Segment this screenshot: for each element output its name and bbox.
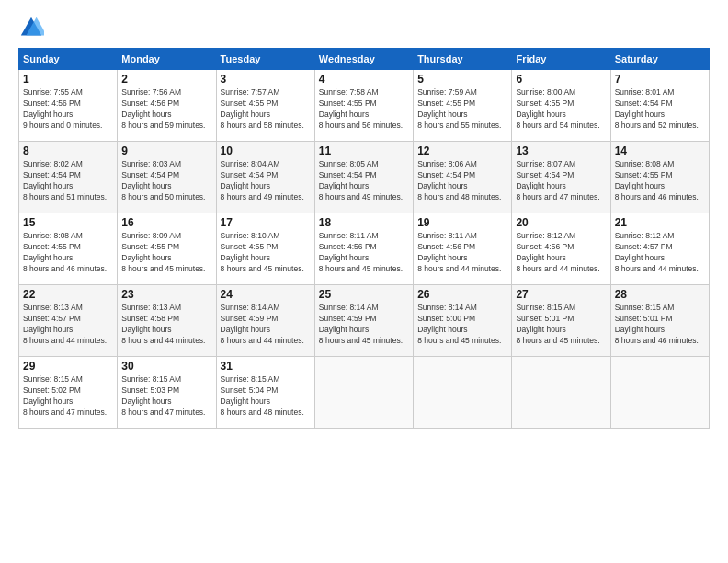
day-info: Sunrise: 8:04 AM Sunset: 4:54 PM Dayligh…: [221, 159, 311, 203]
calendar-cell: 14 Sunrise: 8:08 AM Sunset: 4:55 PM Dayl…: [610, 142, 709, 213]
day-info: Sunrise: 8:00 AM Sunset: 4:55 PM Dayligh…: [516, 87, 606, 132]
day-number: 1: [23, 73, 113, 86]
week-row-5: 29 Sunrise: 8:15 AM Sunset: 5:02 PM Dayl…: [19, 357, 710, 429]
day-info: Sunrise: 7:56 AM Sunset: 4:56 PM Dayligh…: [121, 87, 211, 132]
day-number: 31: [221, 360, 311, 373]
day-number: 19: [417, 216, 507, 229]
calendar-cell: 4 Sunrise: 7:58 AM Sunset: 4:55 PM Dayli…: [314, 70, 413, 142]
calendar-cell: 5 Sunrise: 7:59 AM Sunset: 4:55 PM Dayli…: [414, 70, 512, 142]
day-header-saturday: Saturday: [610, 49, 709, 70]
day-number: 24: [221, 288, 311, 301]
day-number: 10: [221, 144, 311, 157]
day-number: 22: [23, 288, 113, 301]
day-info: Sunrise: 8:08 AM Sunset: 4:55 PM Dayligh…: [23, 231, 113, 275]
day-info: Sunrise: 8:14 AM Sunset: 5:00 PM Dayligh…: [417, 303, 507, 347]
day-number: 28: [615, 288, 705, 301]
day-header-row: SundayMondayTuesdayWednesdayThursdayFrid…: [19, 49, 710, 70]
calendar-cell: 12 Sunrise: 8:06 AM Sunset: 4:54 PM Dayl…: [414, 142, 512, 213]
day-number: 9: [121, 144, 211, 157]
calendar-cell: 25 Sunrise: 8:14 AM Sunset: 4:59 PM Dayl…: [314, 285, 413, 357]
day-info: Sunrise: 8:15 AM Sunset: 5:01 PM Dayligh…: [615, 303, 705, 347]
day-info: Sunrise: 8:13 AM Sunset: 4:57 PM Dayligh…: [23, 303, 113, 347]
day-number: 15: [23, 216, 113, 229]
day-number: 21: [615, 216, 705, 229]
day-info: Sunrise: 8:02 AM Sunset: 4:54 PM Dayligh…: [23, 159, 113, 203]
calendar-cell: [414, 357, 512, 429]
calendar-cell: 31 Sunrise: 8:15 AM Sunset: 5:04 PM Dayl…: [216, 357, 314, 429]
week-row-1: 1 Sunrise: 7:55 AM Sunset: 4:56 PM Dayli…: [19, 70, 710, 142]
calendar-cell: 13 Sunrise: 8:07 AM Sunset: 4:54 PM Dayl…: [512, 142, 610, 213]
calendar-cell: 3 Sunrise: 7:57 AM Sunset: 4:55 PM Dayli…: [216, 70, 314, 142]
day-number: 18: [319, 216, 409, 229]
day-info: Sunrise: 8:15 AM Sunset: 5:04 PM Dayligh…: [221, 374, 311, 419]
calendar-cell: 30 Sunrise: 8:15 AM Sunset: 5:03 PM Dayl…: [118, 357, 216, 429]
calendar-cell: 1 Sunrise: 7:55 AM Sunset: 4:56 PM Dayli…: [19, 70, 118, 142]
day-info: Sunrise: 8:14 AM Sunset: 4:59 PM Dayligh…: [221, 303, 311, 347]
day-number: 7: [615, 73, 705, 86]
day-number: 8: [23, 144, 113, 157]
calendar-cell: 18 Sunrise: 8:11 AM Sunset: 4:56 PM Dayl…: [314, 213, 413, 285]
day-number: 14: [615, 144, 705, 157]
day-header-tuesday: Tuesday: [216, 49, 314, 70]
day-number: 5: [417, 73, 507, 86]
day-header-wednesday: Wednesday: [314, 49, 413, 70]
day-number: 3: [221, 73, 311, 86]
day-info: Sunrise: 8:10 AM Sunset: 4:55 PM Dayligh…: [221, 231, 311, 275]
day-info: Sunrise: 8:03 AM Sunset: 4:54 PM Dayligh…: [121, 159, 211, 203]
calendar-cell: 19 Sunrise: 8:11 AM Sunset: 4:56 PM Dayl…: [414, 213, 512, 285]
calendar-cell: 17 Sunrise: 8:10 AM Sunset: 4:55 PM Dayl…: [216, 213, 314, 285]
day-info: Sunrise: 7:57 AM Sunset: 4:55 PM Dayligh…: [221, 87, 311, 132]
day-number: 26: [417, 288, 507, 301]
day-info: Sunrise: 7:59 AM Sunset: 4:55 PM Dayligh…: [417, 87, 507, 132]
calendar-cell: 29 Sunrise: 8:15 AM Sunset: 5:02 PM Dayl…: [19, 357, 118, 429]
day-number: 17: [221, 216, 311, 229]
day-number: 29: [23, 360, 113, 373]
calendar-cell: 11 Sunrise: 8:05 AM Sunset: 4:54 PM Dayl…: [314, 142, 413, 213]
day-info: Sunrise: 8:11 AM Sunset: 4:56 PM Dayligh…: [319, 231, 409, 275]
calendar-cell: [512, 357, 610, 429]
calendar-cell: 10 Sunrise: 8:04 AM Sunset: 4:54 PM Dayl…: [216, 142, 314, 213]
calendar-cell: 21 Sunrise: 8:12 AM Sunset: 4:57 PM Dayl…: [610, 213, 709, 285]
day-header-friday: Friday: [512, 49, 610, 70]
logo-icon: [18, 15, 44, 40]
day-info: Sunrise: 8:14 AM Sunset: 4:59 PM Dayligh…: [319, 303, 409, 347]
week-row-4: 22 Sunrise: 8:13 AM Sunset: 4:57 PM Dayl…: [19, 285, 710, 357]
calendar-cell: 22 Sunrise: 8:13 AM Sunset: 4:57 PM Dayl…: [19, 285, 118, 357]
day-info: Sunrise: 8:13 AM Sunset: 4:58 PM Dayligh…: [121, 303, 211, 347]
day-number: 6: [516, 73, 606, 86]
calendar-cell: 9 Sunrise: 8:03 AM Sunset: 4:54 PM Dayli…: [118, 142, 216, 213]
day-info: Sunrise: 7:55 AM Sunset: 4:56 PM Dayligh…: [23, 87, 113, 132]
calendar-cell: 28 Sunrise: 8:15 AM Sunset: 5:01 PM Dayl…: [610, 285, 709, 357]
day-info: Sunrise: 7:58 AM Sunset: 4:55 PM Dayligh…: [319, 87, 409, 132]
day-number: 12: [417, 144, 507, 157]
calendar-cell: 27 Sunrise: 8:15 AM Sunset: 5:01 PM Dayl…: [512, 285, 610, 357]
day-info: Sunrise: 8:15 AM Sunset: 5:01 PM Dayligh…: [516, 303, 606, 347]
calendar-cell: [314, 357, 413, 429]
day-number: 30: [121, 360, 211, 373]
day-info: Sunrise: 8:08 AM Sunset: 4:55 PM Dayligh…: [615, 159, 705, 203]
day-info: Sunrise: 8:06 AM Sunset: 4:54 PM Dayligh…: [417, 159, 507, 203]
day-header-thursday: Thursday: [414, 49, 512, 70]
day-info: Sunrise: 8:07 AM Sunset: 4:54 PM Dayligh…: [516, 159, 606, 203]
calendar-cell: 7 Sunrise: 8:01 AM Sunset: 4:54 PM Dayli…: [610, 70, 709, 142]
day-number: 11: [319, 144, 409, 157]
day-number: 2: [121, 73, 211, 86]
calendar-cell: 16 Sunrise: 8:09 AM Sunset: 4:55 PM Dayl…: [118, 213, 216, 285]
day-number: 16: [121, 216, 211, 229]
day-header-sunday: Sunday: [19, 49, 118, 70]
calendar-cell: [610, 357, 709, 429]
header: [18, 15, 710, 40]
day-header-monday: Monday: [118, 49, 216, 70]
day-number: 23: [121, 288, 211, 301]
week-row-2: 8 Sunrise: 8:02 AM Sunset: 4:54 PM Dayli…: [19, 142, 710, 213]
calendar-cell: 26 Sunrise: 8:14 AM Sunset: 5:00 PM Dayl…: [414, 285, 512, 357]
calendar-cell: 8 Sunrise: 8:02 AM Sunset: 4:54 PM Dayli…: [19, 142, 118, 213]
day-number: 27: [516, 288, 606, 301]
day-number: 13: [516, 144, 606, 157]
day-number: 20: [516, 216, 606, 229]
day-info: Sunrise: 8:15 AM Sunset: 5:02 PM Dayligh…: [23, 374, 113, 419]
calendar-cell: 20 Sunrise: 8:12 AM Sunset: 4:56 PM Dayl…: [512, 213, 610, 285]
day-info: Sunrise: 8:15 AM Sunset: 5:03 PM Dayligh…: [121, 374, 211, 419]
day-info: Sunrise: 8:05 AM Sunset: 4:54 PM Dayligh…: [319, 159, 409, 203]
page: SundayMondayTuesdayWednesdayThursdayFrid…: [0, 0, 728, 563]
